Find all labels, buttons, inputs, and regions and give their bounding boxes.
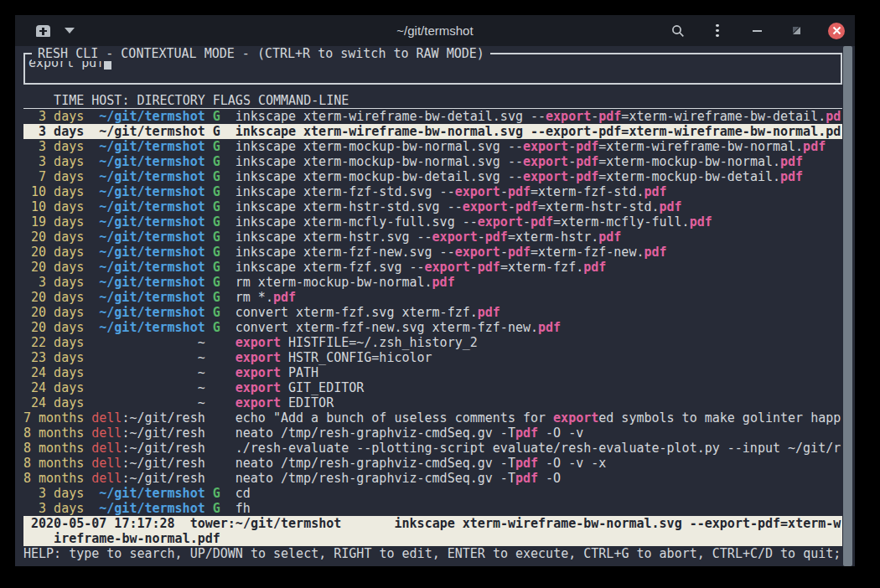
new-tab-icon[interactable] <box>36 25 50 37</box>
row-flag: G <box>213 501 220 516</box>
minimize-button[interactable] <box>749 23 764 39</box>
history-row[interactable]: 22 days~export HISTFILE=~/.zsh_history_2 <box>23 335 842 350</box>
row-host-directory: dell:~/git/resh <box>91 441 204 456</box>
command-segment: =xterm-fzf-new. <box>531 245 644 260</box>
row-time: 20 days <box>23 245 84 260</box>
history-row[interactable]: 20 days~/git/termshotGinkscape xterm-hst… <box>23 230 842 245</box>
host-segment: ~ <box>198 365 205 380</box>
row-time: 22 days <box>23 335 84 350</box>
command-match-segment: pdf <box>690 214 712 230</box>
row-flag: G <box>213 184 220 199</box>
row-host-directory: dell:~/git/resh <box>91 410 204 426</box>
command-match-segment: export <box>463 199 508 214</box>
command-match-segment: pdf <box>515 456 538 471</box>
host-segment: ~/git/termshot <box>99 245 204 260</box>
history-row[interactable]: 3 days~/git/termshotGinkscape xterm-mock… <box>23 139 842 154</box>
history-row[interactable]: 8 monthsdell:~/git/reshneato /tmp/resh-g… <box>23 471 842 486</box>
command-segment: PATH <box>281 365 318 380</box>
row-host-directory: ~/git/termshot <box>91 199 204 214</box>
history-row[interactable]: 20 days~/git/termshotGinkscape xterm-fzf… <box>23 260 842 275</box>
history-row[interactable]: 24 days~export GIT_EDITOR <box>23 380 842 395</box>
command-segment: =xterm-mockup-bw-normal. <box>598 154 780 169</box>
history-row[interactable]: 8 monthsdell:~/git/resh./resh-evaluate -… <box>23 441 842 456</box>
host-segment: ~/git/termshot <box>99 501 204 516</box>
scrollbar[interactable] <box>843 46 852 566</box>
row-time: 20 days <box>23 290 84 305</box>
status-line-2: ireframe-bw-normal.pdf <box>23 531 842 546</box>
history-row[interactable]: 10 days~/git/termshotGinkscape xterm-hst… <box>23 199 842 214</box>
row-command: fh <box>236 501 842 516</box>
history-row[interactable]: 8 monthsdell:~/git/reshneato /tmp/resh-g… <box>23 456 842 471</box>
command-match-segment: export <box>523 154 568 169</box>
history-row[interactable]: 20 days~/git/termshotGconvert xterm-fzf.… <box>23 305 842 320</box>
chevron-down-icon[interactable] <box>65 28 75 34</box>
history-row[interactable]: 20 days~/git/termshotGrm *.pdf <box>23 290 842 305</box>
command-segment: HISTFILE=~/.zsh_history_2 <box>281 335 478 350</box>
history-row[interactable]: 20 days~/git/termshotGconvert xterm-fzf-… <box>23 320 842 335</box>
row-command: cd <box>236 486 842 501</box>
row-command: export PATH <box>236 365 842 380</box>
history-row[interactable]: 3 days~/git/termshotGcd <box>23 486 842 501</box>
host-segment: :~/git/resh <box>122 426 204 441</box>
history-row[interactable]: 24 days~export EDITOR <box>23 395 842 410</box>
command-segment: - <box>470 260 478 275</box>
history-row[interactable]: 3 days~/git/termshotGinkscape xterm-mock… <box>23 154 842 169</box>
host-segment: dell <box>91 410 122 426</box>
history-row[interactable]: 3 days~/git/termshotGinkscape xterm-wire… <box>23 109 842 124</box>
row-flag <box>213 365 220 380</box>
command-match-segment: pdf <box>538 320 561 335</box>
close-button[interactable] <box>828 23 845 39</box>
row-command: export EDITOR <box>236 395 842 410</box>
row-command: inkscape xterm-wireframe-bw-detail.svg -… <box>236 109 842 124</box>
history-row[interactable]: 3 days~/git/termshotGrm xterm-mockup-bw-… <box>23 275 842 290</box>
row-flag <box>213 471 220 486</box>
search-icon[interactable] <box>670 23 686 39</box>
history-row[interactable]: 23 days~export HSTR_CONFIG=hicolor <box>23 350 842 365</box>
menu-kebab-icon[interactable] <box>710 23 725 39</box>
command-segment: cd <box>236 486 251 501</box>
host-segment: ~/git/termshot <box>99 320 204 335</box>
history-row[interactable]: 10 days~/git/termshotGinkscape xterm-fzf… <box>23 184 842 199</box>
row-time: 20 days <box>23 305 84 320</box>
command-match-segment: export <box>236 395 281 410</box>
command-match-segment: export <box>553 410 598 426</box>
command-match-segment: export <box>478 214 523 230</box>
row-flag: G <box>213 245 220 260</box>
terminal-window: ~/git/termshot <box>15 15 855 566</box>
host-segment: ~/git/termshot <box>99 199 204 214</box>
row-host-directory: ~/git/termshot <box>91 169 204 184</box>
row-flag: G <box>213 199 220 214</box>
history-row[interactable]: 8 monthsdell:~/git/reshneato /tmp/resh-g… <box>23 426 842 441</box>
row-time: 3 days <box>23 275 84 290</box>
row-time: 20 days <box>23 320 84 335</box>
command-segment: inkscape xterm-wireframe-bw-normal.svg -… <box>236 124 546 139</box>
host-segment: dell <box>91 471 122 486</box>
history-row[interactable]: 19 days~/git/termshotGinkscape xterm-mcf… <box>23 214 842 230</box>
command-segment: -O <box>538 471 561 486</box>
restore-button[interactable] <box>789 23 804 39</box>
command-segment: convert xterm-fzf.svg xterm-fzf. <box>236 305 478 320</box>
history-row[interactable]: 3 days~/git/termshotGfh <box>23 501 842 516</box>
command-segment: neato /tmp/resh-graphviz-cmdSeq.gv -T <box>236 456 515 471</box>
host-segment: dell <box>91 441 122 456</box>
history-row[interactable]: 24 days~export PATH <box>23 365 842 380</box>
command-segment: - <box>500 245 508 260</box>
history-rows: 3 days~/git/termshotGinkscape xterm-wire… <box>23 109 855 516</box>
host-segment: ~/git/termshot <box>99 230 204 245</box>
row-time: 23 days <box>23 350 84 365</box>
command-match-segment: pdf <box>660 199 682 214</box>
command-match-segment: export <box>523 139 568 154</box>
command-segment: =xterm-hstr. <box>508 230 598 245</box>
row-command: convert xterm-fzf.svg xterm-fzf.pdf <box>236 305 842 320</box>
row-host-directory: ~/git/termshot <box>91 275 204 290</box>
history-row[interactable]: 20 days~/git/termshotGinkscape xterm-fzf… <box>23 245 842 260</box>
host-segment: ~/git/termshot <box>99 305 204 320</box>
history-row[interactable]: 7 days~/git/termshotGinkscape xterm-mock… <box>23 169 842 184</box>
command-segment: - <box>568 154 576 169</box>
row-host-directory: ~ <box>91 350 204 365</box>
scrollbar-thumb[interactable] <box>843 46 852 566</box>
history-row[interactable]: 7 monthsdell:~/git/reshecho "Add a bunch… <box>23 410 842 426</box>
history-row[interactable]: 3 days~/git/termshotGinkscape xterm-wire… <box>23 124 842 139</box>
command-match-segment: pdf <box>432 275 455 290</box>
command-match-segment: pd <box>826 109 841 124</box>
